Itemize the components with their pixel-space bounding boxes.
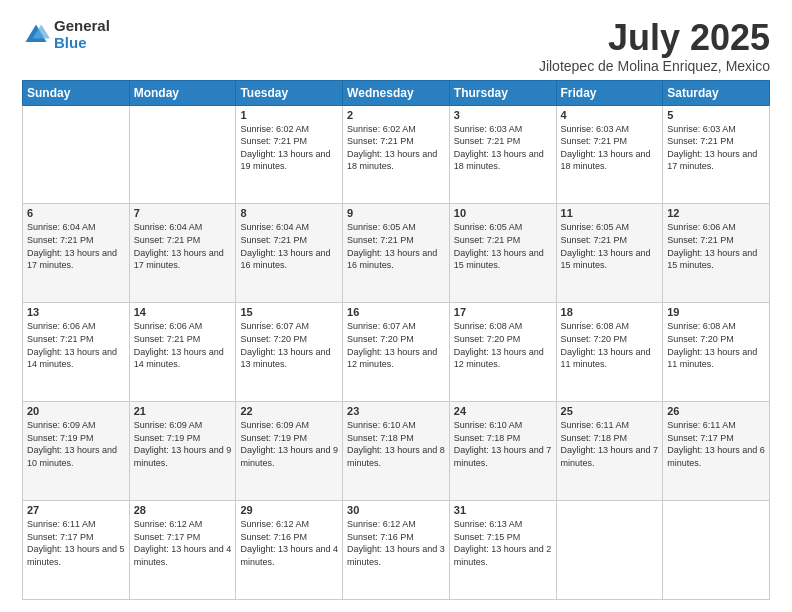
calendar-week-row: 6Sunrise: 6:04 AM Sunset: 7:21 PM Daylig…	[23, 204, 770, 303]
day-info: Sunrise: 6:05 AM Sunset: 7:21 PM Dayligh…	[454, 221, 552, 271]
calendar-cell: 31Sunrise: 6:13 AM Sunset: 7:15 PM Dayli…	[449, 501, 556, 600]
calendar-cell	[129, 105, 236, 204]
day-number: 20	[27, 405, 125, 417]
logo-icon	[22, 21, 50, 49]
calendar-cell: 5Sunrise: 6:03 AM Sunset: 7:21 PM Daylig…	[663, 105, 770, 204]
day-number: 3	[454, 109, 552, 121]
calendar-cell: 10Sunrise: 6:05 AM Sunset: 7:21 PM Dayli…	[449, 204, 556, 303]
day-info: Sunrise: 6:03 AM Sunset: 7:21 PM Dayligh…	[454, 123, 552, 173]
logo-blue-label: Blue	[54, 35, 110, 52]
day-number: 10	[454, 207, 552, 219]
day-number: 21	[134, 405, 232, 417]
calendar-cell: 8Sunrise: 6:04 AM Sunset: 7:21 PM Daylig…	[236, 204, 343, 303]
day-number: 25	[561, 405, 659, 417]
day-number: 30	[347, 504, 445, 516]
day-number: 28	[134, 504, 232, 516]
calendar-cell: 22Sunrise: 6:09 AM Sunset: 7:19 PM Dayli…	[236, 402, 343, 501]
calendar-cell: 18Sunrise: 6:08 AM Sunset: 7:20 PM Dayli…	[556, 303, 663, 402]
calendar-cell: 1Sunrise: 6:02 AM Sunset: 7:21 PM Daylig…	[236, 105, 343, 204]
day-number: 11	[561, 207, 659, 219]
day-info: Sunrise: 6:04 AM Sunset: 7:21 PM Dayligh…	[240, 221, 338, 271]
day-info: Sunrise: 6:07 AM Sunset: 7:20 PM Dayligh…	[347, 320, 445, 370]
calendar-cell: 21Sunrise: 6:09 AM Sunset: 7:19 PM Dayli…	[129, 402, 236, 501]
page: General Blue July 2025 Jilotepec de Moli…	[0, 0, 792, 612]
day-number: 23	[347, 405, 445, 417]
day-info: Sunrise: 6:07 AM Sunset: 7:20 PM Dayligh…	[240, 320, 338, 370]
calendar-cell: 23Sunrise: 6:10 AM Sunset: 7:18 PM Dayli…	[343, 402, 450, 501]
day-info: Sunrise: 6:10 AM Sunset: 7:18 PM Dayligh…	[347, 419, 445, 469]
calendar-cell: 13Sunrise: 6:06 AM Sunset: 7:21 PM Dayli…	[23, 303, 130, 402]
weekday-header-saturday: Saturday	[663, 80, 770, 105]
day-info: Sunrise: 6:09 AM Sunset: 7:19 PM Dayligh…	[27, 419, 125, 469]
calendar-cell: 9Sunrise: 6:05 AM Sunset: 7:21 PM Daylig…	[343, 204, 450, 303]
calendar-week-row: 1Sunrise: 6:02 AM Sunset: 7:21 PM Daylig…	[23, 105, 770, 204]
day-number: 8	[240, 207, 338, 219]
logo-general-label: General	[54, 18, 110, 35]
day-info: Sunrise: 6:12 AM Sunset: 7:16 PM Dayligh…	[347, 518, 445, 568]
calendar-cell	[23, 105, 130, 204]
day-number: 29	[240, 504, 338, 516]
calendar-cell: 19Sunrise: 6:08 AM Sunset: 7:20 PM Dayli…	[663, 303, 770, 402]
day-info: Sunrise: 6:06 AM Sunset: 7:21 PM Dayligh…	[667, 221, 765, 271]
day-info: Sunrise: 6:09 AM Sunset: 7:19 PM Dayligh…	[134, 419, 232, 469]
day-number: 31	[454, 504, 552, 516]
calendar-table: SundayMondayTuesdayWednesdayThursdayFrid…	[22, 80, 770, 600]
calendar-cell: 25Sunrise: 6:11 AM Sunset: 7:18 PM Dayli…	[556, 402, 663, 501]
weekday-header-wednesday: Wednesday	[343, 80, 450, 105]
day-number: 18	[561, 306, 659, 318]
day-number: 12	[667, 207, 765, 219]
calendar-cell: 7Sunrise: 6:04 AM Sunset: 7:21 PM Daylig…	[129, 204, 236, 303]
day-info: Sunrise: 6:04 AM Sunset: 7:21 PM Dayligh…	[27, 221, 125, 271]
calendar-cell: 24Sunrise: 6:10 AM Sunset: 7:18 PM Dayli…	[449, 402, 556, 501]
day-info: Sunrise: 6:02 AM Sunset: 7:21 PM Dayligh…	[347, 123, 445, 173]
day-info: Sunrise: 6:11 AM Sunset: 7:17 PM Dayligh…	[27, 518, 125, 568]
day-number: 26	[667, 405, 765, 417]
day-number: 9	[347, 207, 445, 219]
calendar-cell: 17Sunrise: 6:08 AM Sunset: 7:20 PM Dayli…	[449, 303, 556, 402]
day-info: Sunrise: 6:11 AM Sunset: 7:18 PM Dayligh…	[561, 419, 659, 469]
day-info: Sunrise: 6:08 AM Sunset: 7:20 PM Dayligh…	[667, 320, 765, 370]
calendar-cell: 20Sunrise: 6:09 AM Sunset: 7:19 PM Dayli…	[23, 402, 130, 501]
day-number: 1	[240, 109, 338, 121]
day-info: Sunrise: 6:11 AM Sunset: 7:17 PM Dayligh…	[667, 419, 765, 469]
day-info: Sunrise: 6:05 AM Sunset: 7:21 PM Dayligh…	[561, 221, 659, 271]
calendar-cell: 11Sunrise: 6:05 AM Sunset: 7:21 PM Dayli…	[556, 204, 663, 303]
day-info: Sunrise: 6:08 AM Sunset: 7:20 PM Dayligh…	[454, 320, 552, 370]
day-number: 19	[667, 306, 765, 318]
calendar-cell: 16Sunrise: 6:07 AM Sunset: 7:20 PM Dayli…	[343, 303, 450, 402]
header: General Blue July 2025 Jilotepec de Moli…	[22, 18, 770, 74]
day-number: 24	[454, 405, 552, 417]
day-info: Sunrise: 6:05 AM Sunset: 7:21 PM Dayligh…	[347, 221, 445, 271]
day-number: 13	[27, 306, 125, 318]
title-block: July 2025 Jilotepec de Molina Enriquez, …	[539, 18, 770, 74]
calendar-header-row: SundayMondayTuesdayWednesdayThursdayFrid…	[23, 80, 770, 105]
day-info: Sunrise: 6:03 AM Sunset: 7:21 PM Dayligh…	[667, 123, 765, 173]
day-number: 15	[240, 306, 338, 318]
day-number: 22	[240, 405, 338, 417]
day-info: Sunrise: 6:12 AM Sunset: 7:16 PM Dayligh…	[240, 518, 338, 568]
day-info: Sunrise: 6:09 AM Sunset: 7:19 PM Dayligh…	[240, 419, 338, 469]
day-info: Sunrise: 6:02 AM Sunset: 7:21 PM Dayligh…	[240, 123, 338, 173]
title-month: July 2025	[539, 18, 770, 58]
calendar-cell: 27Sunrise: 6:11 AM Sunset: 7:17 PM Dayli…	[23, 501, 130, 600]
calendar-week-row: 13Sunrise: 6:06 AM Sunset: 7:21 PM Dayli…	[23, 303, 770, 402]
day-number: 27	[27, 504, 125, 516]
day-number: 17	[454, 306, 552, 318]
calendar-cell: 6Sunrise: 6:04 AM Sunset: 7:21 PM Daylig…	[23, 204, 130, 303]
day-number: 5	[667, 109, 765, 121]
logo: General Blue	[22, 18, 110, 51]
weekday-header-tuesday: Tuesday	[236, 80, 343, 105]
weekday-header-friday: Friday	[556, 80, 663, 105]
day-info: Sunrise: 6:03 AM Sunset: 7:21 PM Dayligh…	[561, 123, 659, 173]
day-number: 14	[134, 306, 232, 318]
calendar-week-row: 20Sunrise: 6:09 AM Sunset: 7:19 PM Dayli…	[23, 402, 770, 501]
calendar-cell: 15Sunrise: 6:07 AM Sunset: 7:20 PM Dayli…	[236, 303, 343, 402]
weekday-header-thursday: Thursday	[449, 80, 556, 105]
day-info: Sunrise: 6:13 AM Sunset: 7:15 PM Dayligh…	[454, 518, 552, 568]
weekday-header-sunday: Sunday	[23, 80, 130, 105]
day-number: 16	[347, 306, 445, 318]
day-number: 2	[347, 109, 445, 121]
day-number: 7	[134, 207, 232, 219]
calendar-cell: 30Sunrise: 6:12 AM Sunset: 7:16 PM Dayli…	[343, 501, 450, 600]
day-number: 6	[27, 207, 125, 219]
